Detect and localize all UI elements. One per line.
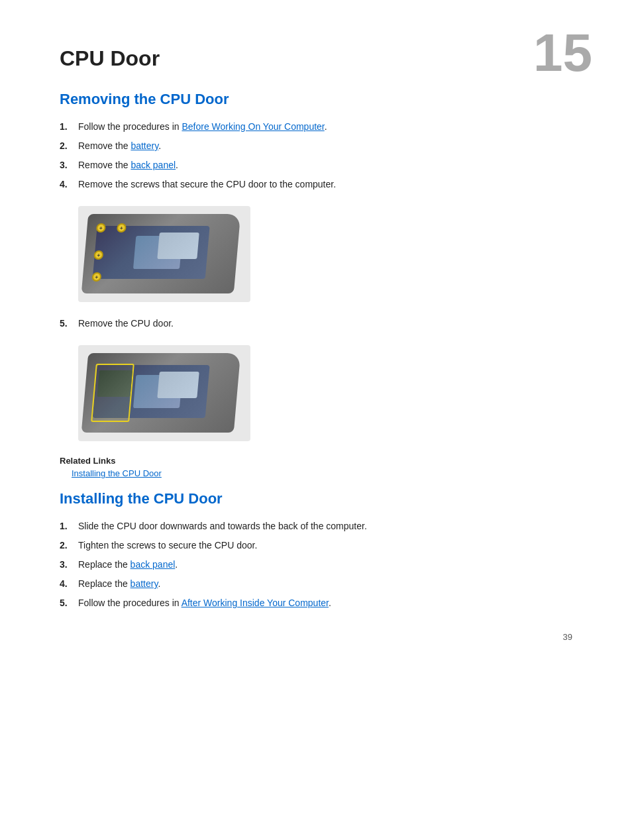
related-links-title: Related Links (60, 456, 572, 466)
removing-section-title: Removing the CPU Door (60, 91, 572, 108)
step-num-5: 5. (60, 317, 78, 331)
removing-step-1: 1. Follow the procedures in Before Worki… (60, 120, 572, 134)
installing-step-5: 5. Follow the procedures in After Workin… (60, 596, 572, 610)
install-step-num-4: 4. (60, 577, 78, 591)
removing-step-4: 4. Remove the screws that secure the CPU… (60, 178, 572, 191)
battery-link-1[interactable]: battery (131, 140, 158, 151)
laptop-interior-1 (93, 226, 210, 279)
back-panel-link-2[interactable]: back panel (131, 559, 176, 570)
removing-step5-list: 5. Remove the CPU door. (60, 317, 572, 331)
door-inner (97, 370, 132, 397)
cpu-slot2-1 (157, 233, 199, 259)
related-links-section: Related Links Installing the CPU Door (60, 456, 572, 478)
install-step-num-1: 1. (60, 519, 78, 533)
page-container: 15 CPU Door Removing the CPU Door 1. Fol… (0, 0, 632, 662)
install-step-num-2: 2. (60, 539, 78, 552)
installing-step-3: 3. Replace the back panel. (60, 558, 572, 572)
chapter-number: 15 (533, 26, 592, 79)
screw-4 (91, 272, 101, 282)
install-step-text-4: Replace the battery. (78, 577, 572, 591)
laptop-body-1 (81, 214, 240, 293)
installing-cpu-door-link[interactable]: Installing the CPU Door (72, 468, 162, 478)
step-num-3: 3. (60, 158, 78, 172)
removing-step-2: 2. Remove the battery. (60, 139, 572, 153)
installing-step-4: 4. Replace the battery. (60, 577, 572, 591)
step-num-4: 4. (60, 178, 78, 191)
installing-steps-list: 1. Slide the CPU door downwards and towa… (60, 519, 572, 610)
step-num-1: 1. (60, 120, 78, 134)
battery-link-2[interactable]: battery (131, 578, 158, 589)
install-step-num-5: 5. (60, 596, 78, 610)
diagram-1-container (78, 206, 572, 302)
cpu-slot2-2 (157, 372, 199, 398)
after-working-link[interactable]: After Working Inside Your Computer (182, 598, 329, 608)
step-text-3: Remove the back panel. (78, 158, 572, 172)
diagram-2-container (78, 345, 572, 441)
removing-steps-list: 1. Follow the procedures in Before Worki… (60, 120, 572, 191)
removing-step-5: 5. Remove the CPU door. (60, 317, 572, 331)
installing-step-2: 2. Tighten the screws to secure the CPU … (60, 539, 572, 552)
step-text-4: Remove the screws that secure the CPU do… (78, 178, 572, 191)
install-step-num-3: 3. (60, 558, 78, 572)
chapter-title: CPU Door (60, 46, 572, 71)
installing-step-1: 1. Slide the CPU door downwards and towa… (60, 519, 572, 533)
before-working-link[interactable]: Before Working On Your Computer (182, 121, 324, 132)
removing-step-3: 3. Remove the back panel. (60, 158, 572, 172)
page-number: 39 (563, 632, 572, 642)
step-text-5: Remove the CPU door. (78, 317, 572, 331)
install-step-text-2: Tighten the screws to secure the CPU doo… (78, 539, 572, 552)
install-step-text-5: Follow the procedures in After Working I… (78, 596, 572, 610)
laptop-body-2 (81, 353, 240, 433)
step-text-1: Follow the procedures in Before Working … (78, 120, 572, 134)
related-links-item-1: Installing the CPU Door (60, 468, 572, 478)
diagram-1 (78, 206, 250, 302)
step-text-2: Remove the battery. (78, 139, 572, 153)
cpu-door-highlight (91, 364, 134, 422)
installing-section-title: Installing the CPU Door (60, 490, 572, 507)
diagram-2 (78, 345, 250, 441)
back-panel-link-1[interactable]: back panel (131, 160, 176, 170)
step-num-2: 2. (60, 139, 78, 153)
install-step-text-1: Slide the CPU door downwards and towards… (78, 519, 572, 533)
install-step-text-3: Replace the back panel. (78, 558, 572, 572)
